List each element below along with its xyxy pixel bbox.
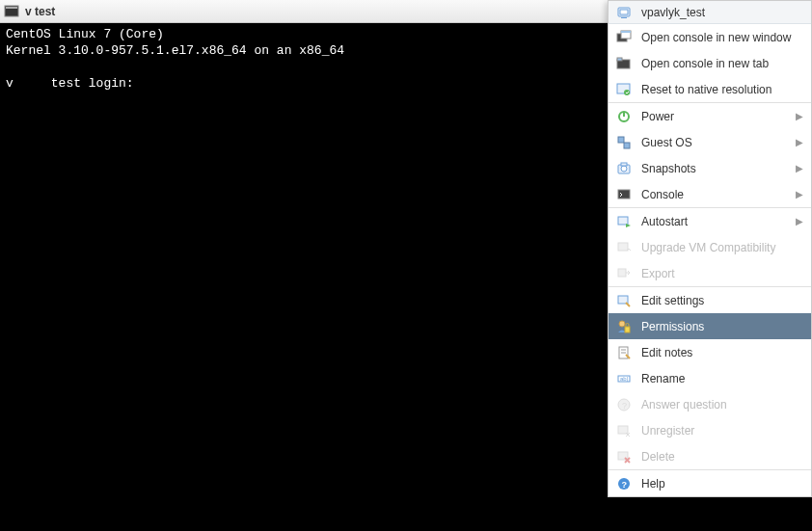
menu-item-label: Console <box>641 188 792 201</box>
menu-item-label: Delete <box>641 450 803 464</box>
svg-point-15 <box>624 90 630 95</box>
delete-icon <box>616 449 632 465</box>
snapshots-icon <box>616 161 632 176</box>
menu-item-label: Guest OS <box>641 136 792 149</box>
reset-resolution-icon <box>616 82 632 97</box>
menu-rename[interactable]: ab| Rename <box>609 365 811 391</box>
menu-console[interactable]: Console ▶ <box>609 181 811 207</box>
menu-power[interactable]: Power ▶ <box>609 103 811 129</box>
menu-header: vpavlyk_test <box>609 1 811 24</box>
notes-icon <box>616 345 632 360</box>
menu-export: Export <box>609 260 811 286</box>
menu-item-label: Permissions <box>641 320 803 333</box>
console-line: Kernel 3.10.0-957.5.1.el7.x86_64 on an x… <box>6 43 344 58</box>
svg-rect-30 <box>625 327 630 332</box>
menu-help[interactable]: ? Help <box>609 470 811 496</box>
autostart-icon <box>616 214 632 229</box>
menu-item-label: Answer question <box>641 398 803 412</box>
menu-item-label: Autostart <box>641 215 792 228</box>
svg-rect-24 <box>618 217 628 225</box>
menu-item-label: Open console in new tab <box>641 57 803 70</box>
svg-rect-8 <box>621 17 627 18</box>
svg-text:?: ? <box>622 401 627 411</box>
menu-item-label: Unregister <box>641 424 803 438</box>
svg-text:?: ? <box>622 480 628 490</box>
svg-rect-27 <box>618 269 626 277</box>
menu-edit-settings[interactable]: Edit settings <box>609 287 811 313</box>
menu-header-label: vpavlyk_test <box>641 6 705 19</box>
svg-point-21 <box>621 166 627 172</box>
console-icon <box>616 187 632 202</box>
menu-item-label: Export <box>641 267 803 280</box>
svg-rect-11 <box>621 31 631 33</box>
svg-rect-18 <box>618 137 624 143</box>
vm-icon <box>616 5 632 20</box>
new-window-icon <box>616 30 632 45</box>
svg-text:ab|: ab| <box>620 376 629 382</box>
menu-open-console-new-window[interactable]: Open console in new window <box>609 24 811 50</box>
menu-edit-notes[interactable]: Edit notes <box>609 339 811 365</box>
menu-item-label: Reset to native resolution <box>641 83 803 96</box>
settings-icon <box>616 293 632 308</box>
menu-item-label: Power <box>641 110 792 123</box>
chevron-right-icon: ▶ <box>796 216 803 226</box>
menu-permissions[interactable]: Permissions <box>609 313 811 339</box>
rename-icon: ab| <box>616 371 632 386</box>
svg-rect-23 <box>618 190 630 199</box>
power-icon <box>616 109 632 124</box>
vm-context-menu: vpavlyk_test Open console in new window … <box>608 0 812 497</box>
menu-guest-os[interactable]: Guest OS ▶ <box>609 129 811 155</box>
export-icon <box>616 266 632 281</box>
menu-autostart[interactable]: Autostart ▶ <box>609 208 811 234</box>
menu-upgrade-compatibility: Upgrade VM Compatibility <box>609 234 811 260</box>
permissions-icon <box>616 319 632 334</box>
menu-answer-question: ? Answer question <box>609 391 811 417</box>
svg-rect-7 <box>620 10 628 14</box>
menu-snapshots[interactable]: Snapshots ▶ <box>609 155 811 181</box>
unregister-icon <box>616 423 632 438</box>
svg-rect-26 <box>618 243 628 251</box>
console-line: v test login: <box>6 76 134 91</box>
menu-item-label: Help <box>641 477 803 491</box>
chevron-right-icon: ▶ <box>796 163 803 173</box>
console-window-icon <box>4 4 19 19</box>
console-line: CentOS Linux 7 (Core) <box>6 27 164 41</box>
menu-item-label: Snapshots <box>641 162 792 175</box>
svg-point-29 <box>619 321 625 327</box>
help-icon: ? <box>616 476 632 491</box>
menu-item-label: Rename <box>641 372 803 385</box>
svg-rect-22 <box>621 163 627 166</box>
chevron-right-icon: ▶ <box>796 137 803 147</box>
guest-os-icon <box>616 135 632 150</box>
menu-item-label: Upgrade VM Compatibility <box>641 241 803 254</box>
menu-open-console-new-tab[interactable]: Open console in new tab <box>609 50 811 76</box>
svg-rect-19 <box>624 143 630 148</box>
question-icon: ? <box>616 397 632 412</box>
menu-delete: Delete <box>609 443 811 469</box>
menu-unregister: Unregister <box>609 417 811 443</box>
svg-rect-13 <box>617 58 622 61</box>
upgrade-icon <box>616 240 632 255</box>
new-tab-icon <box>616 56 632 71</box>
svg-rect-1 <box>6 7 17 9</box>
menu-reset-resolution[interactable]: Reset to native resolution <box>609 76 811 102</box>
chevron-right-icon: ▶ <box>796 111 803 121</box>
menu-item-label: Edit notes <box>641 346 803 359</box>
menu-item-label: Edit settings <box>641 294 803 307</box>
menu-item-label: Open console in new window <box>641 31 803 44</box>
chevron-right-icon: ▶ <box>796 189 803 199</box>
